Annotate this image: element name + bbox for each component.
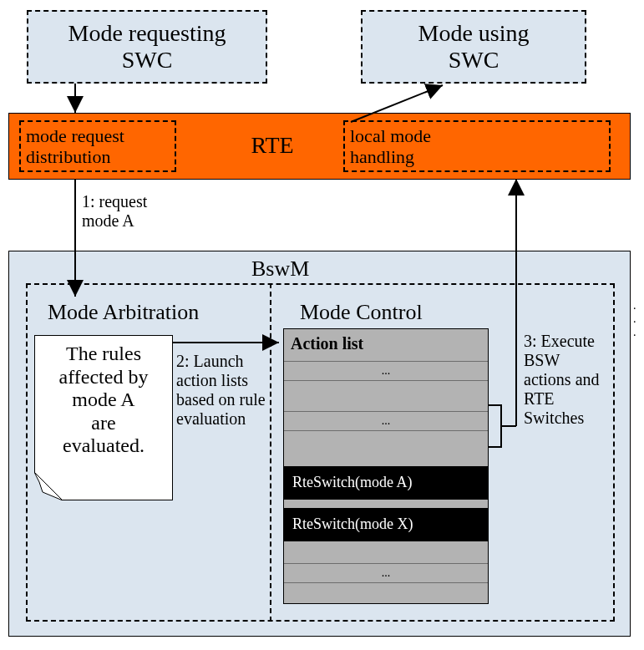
action-list-row: ... xyxy=(284,411,488,431)
bswm-title: BswM xyxy=(251,256,309,282)
step1-label: 1: request mode A xyxy=(82,192,147,231)
swc-mode-using: Mode using SWC xyxy=(361,10,586,84)
swc-mode-using-label: Mode using SWC xyxy=(363,20,585,74)
rules-note: The rules affected by mode A are evaluat… xyxy=(34,335,173,500)
page-curl-icon xyxy=(34,472,63,500)
rte-bar: RTE mode request distribution local mode… xyxy=(8,113,631,180)
rte-label: RTE xyxy=(239,132,306,159)
action-list-row-rteswitch-a: RteSwitch(mode A) xyxy=(284,466,488,500)
rte-local-label: local mode handling xyxy=(350,125,431,168)
rules-note-text: The rules affected by mode A are evaluat… xyxy=(35,343,172,458)
ellipsis-dots: . . . xyxy=(633,299,644,339)
diagram-canvas: Mode requesting SWC Mode using SWC RTE m… xyxy=(0,0,644,650)
step3-label: 3: Execute BSW actions and RTE Switches xyxy=(524,332,600,428)
action-list-row: ... xyxy=(284,563,488,583)
action-list-header: Action list xyxy=(291,334,363,353)
swc-mode-requesting-label: Mode requesting SWC xyxy=(28,20,266,74)
bswm-divider xyxy=(270,283,271,622)
rte-local-mode-handling: local mode handling xyxy=(343,120,611,172)
step2-label: 2: Launch action lists based on rule eva… xyxy=(176,352,266,429)
action-list-row: ... xyxy=(284,361,488,381)
swc-mode-requesting: Mode requesting SWC xyxy=(27,10,267,84)
action-list-panel: Action list ... ... RteSwitch(mode A) Rt… xyxy=(283,328,489,604)
rte-dist-label: mode request distribution xyxy=(26,125,124,168)
mode-control-title: Mode Control xyxy=(300,300,423,325)
action-list-row-rteswitch-x: RteSwitch(mode X) xyxy=(284,508,488,541)
bswm-container: BswM Mode Arbitration Mode Control The r… xyxy=(8,251,631,637)
mode-arbitration-title: Mode Arbitration xyxy=(48,300,199,325)
rte-mode-request-distribution: mode request distribution xyxy=(19,120,176,172)
